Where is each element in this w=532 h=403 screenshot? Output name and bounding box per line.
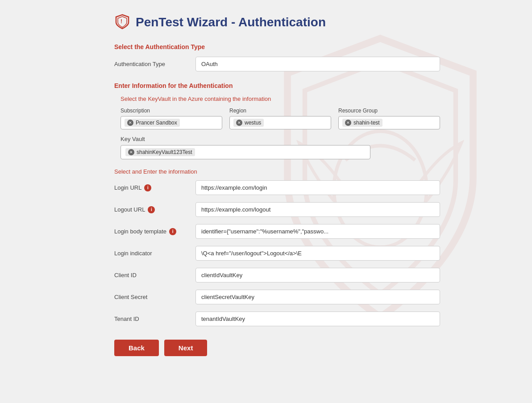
input-tenant-id[interactable] [195, 312, 440, 326]
resource-group-chip-value: shahin-test [353, 120, 380, 126]
auth-type-input[interactable] [195, 57, 440, 71]
keyvault-subsection-title: Select the KeyVault in the Azure contain… [121, 96, 440, 102]
page-container: ! PenTest Wizard - Authentication Select… [74, 0, 458, 374]
select-enter-section: Select and Enter the information Login U… [114, 168, 440, 326]
region-input-box[interactable]: ✕ westus [229, 116, 331, 129]
resource-group-field: Resource Group ✕ shahin-test [338, 108, 440, 129]
subscription-input-box[interactable]: ✕ Prancer Sandbox [121, 116, 222, 129]
page-header: ! PenTest Wizard - Authentication [114, 13, 440, 31]
region-label: Region [229, 108, 331, 114]
keyvault-input-box[interactable]: ✕ shahinKeyVault123Test [121, 145, 370, 159]
select-enter-title: Select and Enter the information [114, 168, 440, 175]
button-row: Back Next [114, 340, 440, 356]
keyvault-row: Key Vault ✕ shahinKeyVault123Test [121, 136, 440, 159]
auth-type-section: Select the Authentication Type Authentic… [114, 43, 440, 71]
subscription-label: Subscription [121, 108, 222, 114]
input-login-body-template[interactable] [195, 224, 440, 239]
field-row-login-url: Login URLi [114, 180, 440, 195]
region-chip-value: westus [245, 120, 261, 126]
subscription-chip-value: Prancer Sandbox [136, 120, 177, 126]
auth-type-section-title: Select the Authentication Type [114, 43, 440, 50]
field-row-login-indicator: Login indicator [114, 246, 440, 261]
info-icon-login-body-template[interactable]: i [169, 228, 176, 235]
label-client-secret: Client Secret [114, 294, 190, 300]
label-login-body-template: Login body templatei [114, 228, 190, 235]
input-logout-url[interactable] [195, 202, 440, 217]
field-row-logout-url: Logout URLi [114, 202, 440, 217]
label-login-url: Login URLi [114, 184, 190, 191]
input-client-secret[interactable] [195, 290, 440, 304]
auth-type-row: Authentication Type [114, 57, 440, 71]
subscription-chip-close[interactable]: ✕ [127, 120, 133, 126]
keyvault-chip-close[interactable]: ✕ [128, 149, 134, 155]
label-logout-url: Logout URLi [114, 206, 190, 213]
auth-info-section-title: Enter Information for the Authentication [114, 82, 440, 89]
label-tenant-id: Tenant ID [114, 316, 190, 322]
subscription-field: Subscription ✕ Prancer Sandbox [121, 108, 222, 129]
keyvault-chip-value: shahinKeyVault123Test [137, 149, 192, 155]
region-field: Region ✕ westus [229, 108, 331, 129]
resource-group-input-box[interactable]: ✕ shahin-test [338, 116, 440, 129]
info-icon-login-url[interactable]: i [144, 184, 151, 191]
region-chip: ✕ westus [233, 119, 264, 127]
region-chip-close[interactable]: ✕ [236, 120, 242, 126]
input-login-indicator[interactable] [195, 246, 440, 261]
keyvault-subsection: Select the KeyVault in the Azure contain… [114, 96, 440, 159]
auth-fields-container: Login URLiLogout URLiLogin body template… [114, 180, 440, 326]
back-button[interactable]: Back [114, 340, 159, 356]
shield-icon: ! [114, 13, 130, 31]
keyvault-label: Key Vault [121, 136, 440, 142]
resource-group-chip: ✕ shahin-test [342, 119, 382, 127]
field-row-login-body-template: Login body templatei [114, 224, 440, 239]
subscription-chip: ✕ Prancer Sandbox [125, 119, 180, 127]
svg-text:!: ! [121, 18, 122, 25]
auth-info-section: Enter Information for the Authentication… [114, 82, 440, 326]
field-row-client-id: Client ID [114, 268, 440, 283]
field-row-client-secret: Client Secret [114, 290, 440, 304]
field-row-tenant-id: Tenant ID [114, 312, 440, 326]
resource-group-label: Resource Group [338, 108, 440, 114]
input-login-url[interactable] [195, 180, 440, 195]
resource-group-chip-close[interactable]: ✕ [345, 120, 351, 126]
subscription-region-rg-row: Subscription ✕ Prancer Sandbox Region ✕ … [121, 108, 440, 129]
label-login-indicator: Login indicator [114, 250, 190, 257]
label-client-id: Client ID [114, 272, 190, 278]
auth-type-label: Authentication Type [114, 61, 190, 67]
info-icon-logout-url[interactable]: i [148, 206, 155, 213]
keyvault-chip: ✕ shahinKeyVault123Test [125, 148, 195, 156]
page-title: PenTest Wizard - Authentication [136, 15, 326, 29]
next-button[interactable]: Next [164, 340, 208, 356]
input-client-id[interactable] [195, 268, 440, 283]
